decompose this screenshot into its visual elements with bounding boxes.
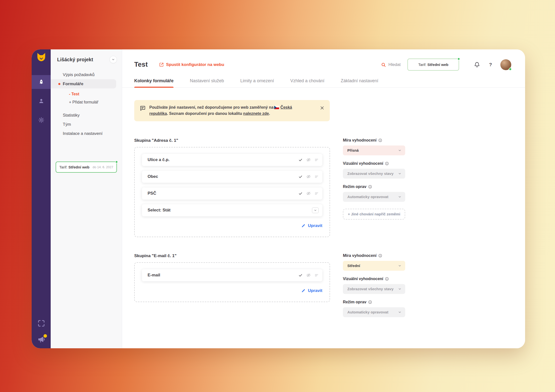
tab-kolonky-formulare[interactable]: Kolonky formuláře <box>134 78 174 83</box>
announcements-button[interactable] <box>37 335 45 343</box>
field-group-container: E-mail Upravit <box>134 262 330 302</box>
sidebar-item-label: Tým <box>63 122 71 127</box>
tab-bar: Kolonky formuláře Nastavení služeb Limit… <box>122 78 525 88</box>
search-button[interactable]: Hledat <box>381 62 400 67</box>
recommendation-banner: Používáte jiné nastavení, než doporučuje… <box>134 100 330 121</box>
dropdown-vizualni-vyhodnoceni[interactable]: Zobrazovat všechny stavy <box>343 169 405 179</box>
info-icon[interactable] <box>378 254 382 258</box>
field-row-obec[interactable]: Obec <box>142 171 322 183</box>
check-icon[interactable] <box>298 175 303 179</box>
setting-label: Míra vyhodnocení <box>343 138 377 143</box>
sidebar-item-test-form[interactable]: - Test <box>51 90 116 98</box>
close-icon[interactable] <box>320 106 324 110</box>
tab-nastaveni-sluzeb[interactable]: Nastavení služeb <box>190 78 224 83</box>
list-icon[interactable] <box>314 273 319 277</box>
sidebar-item-label: + Přidat formulář <box>69 100 98 104</box>
check-icon[interactable] <box>298 191 303 196</box>
tab-vzhled-a-chovani[interactable]: Vzhled a chování <box>290 78 324 83</box>
group-title: Skupina "E-mail č. 1" <box>134 253 330 258</box>
sidebar-item-add-form[interactable]: + Přidat formulář <box>51 98 116 106</box>
setting-label-row: Režim oprav <box>343 185 405 189</box>
help-button[interactable]: ? <box>489 62 492 67</box>
pencil-icon <box>301 224 306 228</box>
sidebar-item-formulare[interactable]: Formuláře <box>51 79 116 88</box>
czech-flag-icon <box>274 106 279 109</box>
tarif-status-dot <box>115 161 118 163</box>
edit-label: Upravit <box>308 288 322 293</box>
info-icon[interactable] <box>378 138 382 142</box>
edit-group-button[interactable]: Upravit <box>301 288 322 293</box>
eye-off-icon[interactable] <box>306 174 311 179</box>
edit-row: Upravit <box>142 288 322 293</box>
rail-item-forms[interactable] <box>32 75 51 89</box>
field-row-actions <box>298 158 319 162</box>
rail-item-team[interactable] <box>32 94 51 108</box>
chevron-down-icon <box>398 149 401 152</box>
tab-limity-a-omezeni[interactable]: Limity a omezení <box>240 78 274 83</box>
field-label: Ulice a č.p. <box>148 157 170 162</box>
project-switcher-button[interactable] <box>110 56 117 63</box>
info-icon[interactable] <box>368 185 372 189</box>
nav-spacer <box>51 106 122 111</box>
add-country-behavior-button[interactable]: + Jiné chování napříč zeměmi <box>343 209 405 220</box>
sidebar-item-label: Formuláře <box>63 82 83 86</box>
field-label: Obec <box>148 174 158 179</box>
chevron-down-icon[interactable] <box>312 207 319 213</box>
field-row-email[interactable]: E-mail <box>142 269 322 281</box>
external-link-icon <box>159 62 164 67</box>
tarif-card[interactable]: Tarif: Střední web do 14. 6. 2027 <box>56 162 117 173</box>
project-sidebar: Lišácký projekt Výpis požadavků Formulář… <box>51 49 122 348</box>
chevron-down-icon <box>111 58 115 61</box>
check-icon[interactable] <box>298 158 303 162</box>
open-configurator-link[interactable]: Spustit konfigurátor na webu <box>159 62 224 67</box>
header-actions: Hledat Tarif: Střední web ? <box>381 59 511 71</box>
configurator-link-label: Spustit konfigurátor na webu <box>166 62 224 67</box>
chevron-down-icon <box>398 264 401 268</box>
dropdown-mira-vyhodnoceni[interactable]: Přísná <box>343 145 405 155</box>
field-row-ulice[interactable]: Ulice a č.p. <box>142 154 322 166</box>
chevron-down-icon <box>398 310 401 314</box>
setting-vizualni-vyhodnoceni: Vizuální vyhodnocení Zobrazovat všechny … <box>343 161 405 179</box>
field-row-psc[interactable]: PSČ <box>142 187 322 200</box>
avatar[interactable] <box>500 59 511 70</box>
recommendations-link[interactable]: naleznete zde <box>243 111 269 116</box>
list-icon[interactable] <box>314 191 319 196</box>
app-logo[interactable] <box>36 52 47 63</box>
tab-zakladni-nastaveni[interactable]: Základní nastavení <box>341 78 378 83</box>
field-label: Select: Stát <box>148 208 171 213</box>
eye-off-icon[interactable] <box>306 158 311 162</box>
list-icon[interactable] <box>314 158 319 162</box>
dropdown-mira-vyhodnoceni[interactable]: Střední <box>343 261 405 271</box>
scan-frame-icon[interactable] <box>37 319 45 328</box>
info-icon[interactable] <box>368 300 372 304</box>
sidebar-item-tym[interactable]: Tým <box>51 120 116 129</box>
edit-group-button[interactable]: Upravit <box>301 223 322 228</box>
edit-label: Upravit <box>308 223 322 228</box>
dropdown-rezim-oprav[interactable]: Automaticky opravovat <box>343 192 405 202</box>
list-icon[interactable] <box>314 175 319 179</box>
setting-label: Míra vyhodnocení <box>343 253 377 258</box>
sidebar-item-statistiky[interactable]: Statistiky <box>51 111 116 120</box>
setting-vizualni-vyhodnoceni: Vizuální vyhodnocení Zobrazovat všechny … <box>343 277 405 294</box>
sidebar-item-vypis-pozadavku[interactable]: Výpis požadavků <box>51 70 116 79</box>
dropdown-rezim-oprav[interactable]: Automaticky opravovat <box>343 307 405 317</box>
setting-label-row: Míra vyhodnocení <box>343 138 405 143</box>
info-icon[interactable] <box>385 162 389 165</box>
field-row-select-stat[interactable]: Select: Stát <box>142 204 322 216</box>
sidebar-item-instalace[interactable]: Instalace a nastavení <box>51 129 116 138</box>
main-header: Test Spustit konfigurátor na webu Hledat… <box>122 49 525 73</box>
eye-off-icon[interactable] <box>306 273 311 277</box>
header-tarif-box[interactable]: Tarif: Střední web <box>407 59 459 71</box>
dropdown-vizualni-vyhodnoceni[interactable]: Zobrazovat všechny stavy <box>343 284 405 294</box>
field-row-actions <box>298 273 319 277</box>
sidebar-item-label: - Test <box>69 92 79 96</box>
notification-badge <box>44 334 47 338</box>
pencil-icon <box>301 289 306 293</box>
info-icon[interactable] <box>385 277 389 281</box>
check-icon[interactable] <box>298 273 303 277</box>
rail-item-settings[interactable] <box>32 113 51 127</box>
eye-off-icon[interactable] <box>306 191 311 196</box>
dropdown-value: Zobrazovat všechny stavy <box>347 287 394 291</box>
rocket-icon <box>38 79 44 85</box>
notifications-button[interactable] <box>474 62 480 68</box>
